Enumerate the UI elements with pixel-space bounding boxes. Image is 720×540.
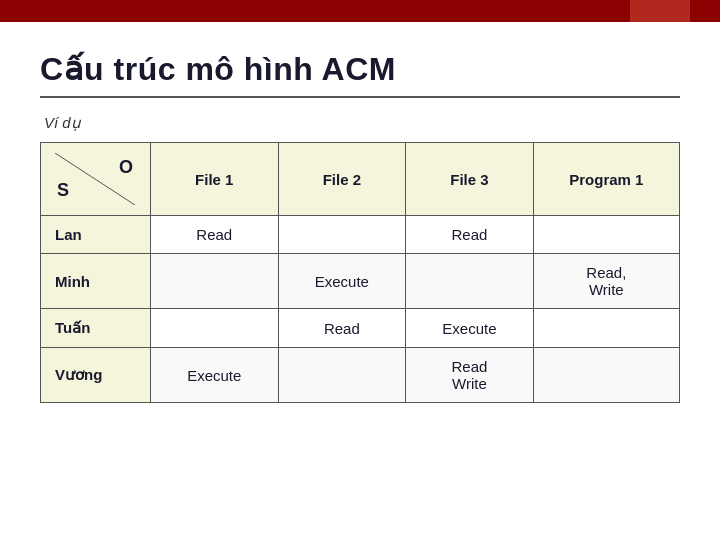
acm-table: S O File 1 File 2 File 3 Program 1 LanRe… xyxy=(40,142,680,403)
table-row: VươngExecuteReadWrite xyxy=(41,348,680,403)
row-cell xyxy=(151,254,279,309)
top-bar xyxy=(0,0,720,22)
table-header-row: S O File 1 File 2 File 3 Program 1 xyxy=(41,143,680,216)
row-cell xyxy=(151,309,279,348)
row-cell: Execute xyxy=(406,309,534,348)
row-cell: Execute xyxy=(151,348,279,403)
section-label: Ví dụ xyxy=(40,114,680,132)
table-row: LanReadRead xyxy=(41,216,680,254)
row-cell xyxy=(278,216,406,254)
table-row: MinhExecuteRead,Write xyxy=(41,254,680,309)
so-s-label: S xyxy=(57,180,69,201)
col-program1-header: Program 1 xyxy=(533,143,679,216)
row-cell: Read xyxy=(278,309,406,348)
row-subject: Lan xyxy=(41,216,151,254)
row-cell xyxy=(278,348,406,403)
divider xyxy=(40,96,680,98)
col-file2-header: File 2 xyxy=(278,143,406,216)
row-subject: Minh xyxy=(41,254,151,309)
so-o-label: O xyxy=(119,157,133,178)
row-cell: Read,Write xyxy=(533,254,679,309)
row-cell: ReadWrite xyxy=(406,348,534,403)
table-row: TuấnReadExecute xyxy=(41,309,680,348)
row-cell xyxy=(533,309,679,348)
header-so-cell: S O xyxy=(41,143,151,216)
table-body: LanReadReadMinhExecuteRead,WriteTuấnRead… xyxy=(41,216,680,403)
row-subject: Tuấn xyxy=(41,309,151,348)
main-content: Cấu trúc mô hình ACM Ví dụ S O File 1 Fi… xyxy=(0,22,720,540)
row-cell: Read xyxy=(406,216,534,254)
page-title: Cấu trúc mô hình ACM xyxy=(40,50,680,88)
row-subject: Vương xyxy=(41,348,151,403)
row-cell xyxy=(533,348,679,403)
row-cell xyxy=(533,216,679,254)
col-file1-header: File 1 xyxy=(151,143,279,216)
so-inner: S O xyxy=(55,153,135,205)
row-cell: Execute xyxy=(278,254,406,309)
row-cell: Read xyxy=(151,216,279,254)
top-bar-accent xyxy=(630,0,690,22)
row-cell xyxy=(406,254,534,309)
col-file3-header: File 3 xyxy=(406,143,534,216)
